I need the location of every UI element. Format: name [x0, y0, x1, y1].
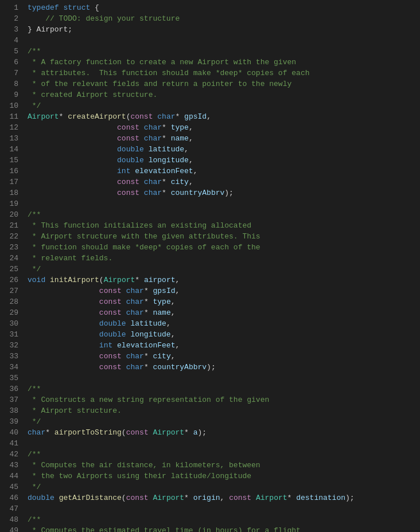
token-kw: char	[157, 112, 175, 121]
token-kw: char	[144, 189, 162, 197]
token-plain: ,	[171, 330, 176, 339]
code-line: /**	[28, 209, 415, 220]
line-number: 24	[5, 253, 18, 264]
code-line: * attributes. This function should make …	[28, 68, 415, 79]
token-param: countryAbbrv	[171, 189, 225, 197]
token-kw: double	[99, 319, 126, 328]
token-plain	[28, 178, 117, 186]
token-kw: int	[117, 167, 130, 175]
token-plain: ,	[189, 123, 193, 132]
code-line: * Airport structure with the given attri…	[28, 231, 415, 242]
token-plain	[45, 276, 50, 284]
code-line	[28, 198, 415, 209]
line-number: 45	[5, 482, 18, 492]
token-plain: *	[144, 363, 153, 371]
line-number: 1	[5, 2, 18, 13]
line-number: 33	[5, 351, 18, 362]
code-line: */	[28, 416, 415, 427]
token-plain: ,	[166, 319, 171, 328]
code-line: // TODO: design your structure	[28, 13, 415, 24]
token-param: countryAbbrv	[153, 363, 207, 371]
token-plain: ,	[220, 494, 230, 502]
line-number: 5	[5, 46, 18, 57]
token-plain	[55, 494, 59, 502]
code-line: const char* city,	[28, 351, 415, 362]
token-plain: *	[59, 112, 68, 121]
token-kw: struct	[63, 3, 90, 12]
token-param: airport	[144, 276, 176, 284]
line-number: 42	[5, 449, 18, 460]
line-number: 12	[5, 122, 18, 133]
token-plain: *	[176, 112, 185, 121]
line-number: 32	[5, 340, 18, 351]
token-kw: char	[126, 352, 144, 361]
token-cm: /**	[28, 210, 41, 219]
code-line: const char* name,	[28, 307, 415, 318]
token-kw: char	[126, 363, 144, 371]
code-line: double latitude,	[28, 144, 415, 155]
token-cm: * A factory function to create a new Air…	[28, 58, 296, 66]
token-param: name	[153, 308, 170, 317]
code-line: const char* countryAbbrv);	[28, 187, 415, 198]
token-param: origin	[193, 494, 220, 502]
token-kw: double	[99, 330, 126, 339]
line-number: 2	[5, 13, 18, 24]
code-line: const char* name,	[28, 133, 415, 144]
token-kw: char	[126, 298, 144, 306]
code-line: Airport* createAirport(const char* gpsId…	[28, 111, 415, 122]
token-kw: char	[144, 134, 162, 143]
token-plain: *	[287, 494, 297, 502]
token-cm: * attributes. This function should make …	[28, 69, 309, 77]
token-cm: */	[28, 101, 41, 110]
token-plain: ,	[171, 352, 176, 361]
token-plain: *	[184, 494, 193, 502]
line-number: 27	[5, 285, 18, 296]
line-number: 13	[5, 133, 18, 144]
token-plain: ,	[207, 112, 211, 121]
line-number: 40	[5, 427, 18, 438]
token-plain	[28, 167, 117, 175]
token-plain: ,	[176, 287, 180, 295]
line-number: 6	[5, 57, 18, 68]
code-line: * of the relevant fields and return a po…	[28, 79, 415, 89]
code-line: double latitude,	[28, 318, 415, 329]
token-param: latitude	[130, 319, 166, 328]
token-kw: char	[144, 123, 162, 132]
token-plain: *	[162, 178, 171, 186]
token-fn: airportToString	[55, 428, 122, 437]
token-kw2: const	[99, 363, 122, 371]
line-number: 25	[5, 264, 18, 275]
token-cm: */	[28, 265, 41, 273]
code-content[interactable]: typedef struct { // TODO: design your st…	[23, 2, 420, 532]
token-plain	[28, 14, 45, 23]
line-number: 44	[5, 471, 18, 482]
line-number: 43	[5, 460, 18, 471]
line-number: 20	[5, 209, 18, 220]
line-number: 46	[5, 492, 18, 503]
token-plain: *	[162, 189, 171, 197]
token-kw2: const	[130, 112, 153, 121]
token-plain: ,	[176, 276, 180, 284]
token-plain: ,	[189, 156, 193, 165]
token-kw: char	[126, 308, 144, 317]
line-number: 37	[5, 394, 18, 405]
token-plain	[122, 298, 126, 306]
token-cm: * Computes the air distance, in kilomete…	[28, 461, 260, 470]
token-plain	[28, 156, 117, 165]
token-kw2: const	[99, 308, 122, 317]
line-number: 28	[5, 296, 18, 307]
token-cm: * of the relevant fields and return a po…	[28, 80, 291, 88]
token-plain: *	[45, 428, 55, 437]
token-type: Airport	[104, 276, 135, 284]
token-kw2: const	[229, 494, 251, 502]
line-number: 16	[5, 166, 18, 177]
token-kw2: const	[126, 494, 149, 502]
token-plain: (	[99, 276, 104, 284]
code-editor: 1234567891011121314151617181920212223242…	[0, 0, 420, 532]
token-plain: *	[162, 123, 171, 132]
code-line: } Airport;	[28, 24, 415, 35]
token-param: type	[171, 123, 189, 132]
token-cm: * This function initializes an existing …	[28, 221, 251, 230]
code-line: double longitude,	[28, 329, 415, 340]
token-param: elevationFeet	[117, 341, 175, 350]
